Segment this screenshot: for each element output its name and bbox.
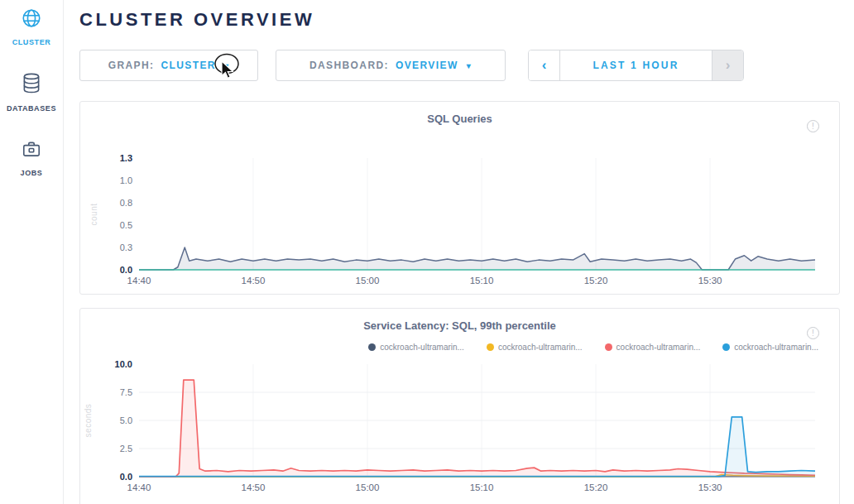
y-tick-label: 0.5 xyxy=(120,220,132,230)
x-tick-label: 15:30 xyxy=(698,276,722,286)
x-tick-label: 15:30 xyxy=(698,482,722,492)
plot-area[interactable]: seconds 0.02.55.07.510.014:4014:5015:001… xyxy=(139,364,815,477)
y-axis-unit: seconds xyxy=(84,404,93,438)
dashboard-dropdown[interactable]: DASHBOARD: OVERVIEW ▾ xyxy=(276,50,506,81)
chevron-down-icon: ▾ xyxy=(224,61,229,70)
y-tick-label: 1.0 xyxy=(120,175,132,185)
legend-dot-icon xyxy=(487,343,494,351)
graph-dropdown[interactable]: GRAPH: CLUSTER ▾ xyxy=(79,50,258,81)
chart-title: Service Latency: SQL, 99th percentile xyxy=(80,309,839,332)
time-prev-button[interactable]: ‹ xyxy=(529,50,560,80)
chart-legend: cockroach-ultramarin...cockroach-ultrama… xyxy=(368,343,818,352)
time-range-label[interactable]: LAST 1 HOUR xyxy=(560,50,712,80)
x-tick-label: 15:20 xyxy=(584,276,608,286)
sidebar: CLUSTER DATABASES JOBS xyxy=(0,0,64,504)
chart-panel-sql-queries: SQL Queries ! count 0.00.30.50.81.01.314… xyxy=(79,101,840,295)
graph-dropdown-label: GRAPH: xyxy=(108,60,155,71)
x-tick-label: 14:40 xyxy=(127,276,151,286)
x-tick-label: 14:40 xyxy=(127,482,151,492)
legend-label: cockroach-ultramarin... xyxy=(617,343,701,352)
x-tick-label: 15:00 xyxy=(356,482,380,492)
sidebar-item-cluster[interactable]: CLUSTER xyxy=(12,7,51,46)
y-tick-label: 0.8 xyxy=(120,198,132,208)
legend-item[interactable]: cockroach-ultramarin... xyxy=(722,343,818,352)
y-tick-label: 7.5 xyxy=(120,387,132,397)
legend-item[interactable]: cockroach-ultramarin... xyxy=(368,343,464,352)
y-tick-label: 5.0 xyxy=(120,415,132,425)
globe-icon xyxy=(21,7,42,32)
x-tick-label: 14:50 xyxy=(242,482,266,492)
chart-panel-service-latency: Service Latency: SQL, 99th percentile ! … xyxy=(79,308,840,504)
legend-dot-icon xyxy=(605,343,612,351)
chevron-down-icon: ▾ xyxy=(467,61,472,70)
plot-area[interactable]: count 0.00.30.50.81.01.314:4014:5015:001… xyxy=(139,158,815,270)
page-title: CLUSTER OVERVIEW xyxy=(79,9,854,31)
sidebar-item-label: JOBS xyxy=(21,169,43,177)
y-axis-unit: count xyxy=(89,203,98,225)
graph-dropdown-value: CLUSTER xyxy=(161,60,215,71)
x-tick-label: 15:20 xyxy=(584,482,608,492)
y-tick-label: 0.0 xyxy=(120,472,132,482)
info-icon[interactable]: ! xyxy=(807,327,819,339)
dashboard-dropdown-label: DASHBOARD: xyxy=(309,60,389,71)
main-content: CLUSTER OVERVIEW GRAPH: CLUSTER ▾ DASHBO… xyxy=(64,0,854,504)
x-tick-label: 15:10 xyxy=(470,276,494,286)
y-tick-label: 2.5 xyxy=(120,444,132,454)
y-tick-label: 1.3 xyxy=(120,153,132,163)
time-next-button[interactable]: › xyxy=(712,50,743,80)
legend-item[interactable]: cockroach-ultramarin... xyxy=(605,343,701,352)
x-tick-label: 15:00 xyxy=(356,276,380,286)
y-tick-label: 0.3 xyxy=(120,242,132,252)
x-tick-label: 14:50 xyxy=(242,276,266,286)
y-tick-label: 10.0 xyxy=(115,359,132,369)
x-tick-label: 15:10 xyxy=(470,482,494,492)
sidebar-item-label: DATABASES xyxy=(7,104,56,113)
briefcase-icon xyxy=(21,138,42,163)
sidebar-item-label: CLUSTER xyxy=(12,38,51,46)
time-range-selector: ‹ LAST 1 HOUR › xyxy=(528,50,744,81)
legend-label: cockroach-ultramarin... xyxy=(734,343,818,352)
chart-canvas xyxy=(139,158,815,270)
legend-label: cockroach-ultramarin... xyxy=(380,343,464,352)
legend-item[interactable]: cockroach-ultramarin... xyxy=(487,343,583,352)
controls-bar: GRAPH: CLUSTER ▾ DASHBOARD: OVERVIEW ▾ ‹… xyxy=(79,50,854,81)
sidebar-item-databases[interactable]: DATABASES xyxy=(7,72,56,113)
legend-label: cockroach-ultramarin... xyxy=(498,343,583,352)
chart-canvas xyxy=(139,364,815,477)
info-icon[interactable]: ! xyxy=(807,120,819,132)
legend-dot-icon xyxy=(368,343,376,351)
chart-title: SQL Queries xyxy=(80,102,839,125)
dashboard-dropdown-value: OVERVIEW xyxy=(396,60,458,71)
legend-dot-icon xyxy=(722,343,730,351)
database-icon xyxy=(21,72,42,98)
sidebar-item-jobs[interactable]: JOBS xyxy=(21,138,43,177)
y-tick-label: 0.0 xyxy=(120,265,132,275)
